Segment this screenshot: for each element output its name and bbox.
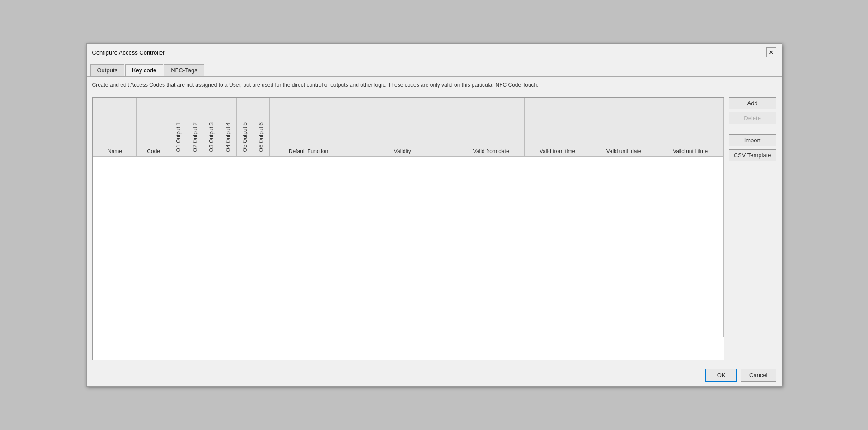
col-header-o1: O1 Output 1 — [170, 98, 187, 156]
csv-template-button[interactable]: CSV Template — [729, 149, 776, 161]
col-header-valid-from-date: Valid from date — [458, 98, 524, 156]
col-header-name: Name — [93, 98, 137, 156]
cancel-button[interactable]: Cancel — [741, 369, 776, 382]
empty-table-body — [93, 156, 723, 337]
add-button[interactable]: Add — [729, 97, 776, 109]
tab-keycode[interactable]: Key code — [125, 64, 163, 76]
col-header-valid-from-time: Valid from time — [524, 98, 591, 156]
col-header-valid-until-time: Valid until time — [657, 98, 723, 156]
description-text: Create and edit Access Codes that are no… — [87, 77, 782, 93]
col-header-validity: Validity — [347, 98, 458, 156]
side-button-panel: Add Delete Import CSV Template — [729, 97, 776, 360]
configure-access-controller-dialog: Configure Access Controller ✕ Outputs Ke… — [86, 43, 782, 387]
dialog-title: Configure Access Controller — [92, 49, 165, 56]
tab-nfc-tags[interactable]: NFC-Tags — [164, 64, 204, 76]
col-header-o6: O6 Output 6 — [253, 98, 270, 156]
import-button[interactable]: Import — [729, 134, 776, 146]
ok-button[interactable]: OK — [705, 369, 737, 382]
content-area: Name Code O1 Output 1 O2 Output 2 O3 Out — [87, 93, 782, 364]
col-header-default-function: Default Function — [270, 98, 347, 156]
footer: OK Cancel — [87, 364, 782, 386]
col-header-valid-until-date: Valid until date — [591, 98, 657, 156]
col-header-o3: O3 Output 3 — [203, 98, 220, 156]
tab-outputs[interactable]: Outputs — [90, 64, 125, 76]
tab-bar: Outputs Key code NFC-Tags — [87, 61, 782, 77]
col-header-o2: O2 Output 2 — [187, 98, 203, 156]
col-header-o5: O5 Output 5 — [236, 98, 253, 156]
col-header-code: Code — [137, 98, 170, 156]
close-button[interactable]: ✕ — [766, 47, 776, 57]
title-bar: Configure Access Controller ✕ — [87, 44, 782, 61]
key-code-table: Name Code O1 Output 1 O2 Output 2 O3 Out — [93, 98, 724, 337]
col-header-o4: O4 Output 4 — [220, 98, 237, 156]
delete-button[interactable]: Delete — [729, 112, 776, 124]
key-code-table-container[interactable]: Name Code O1 Output 1 O2 Output 2 O3 Out — [92, 97, 724, 360]
